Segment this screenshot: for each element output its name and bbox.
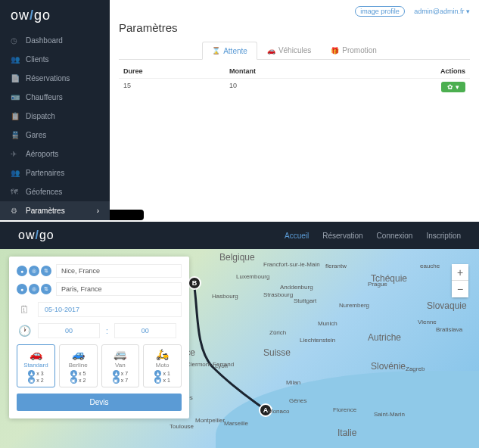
person-icon: ♟ [113,370,120,377]
target-icon[interactable]: ◎ [29,284,39,294]
booking-panel: ow/go Accueil Réservation Connexion Insc… [0,222,479,448]
date-row: 🗓 [17,302,182,317]
target-icon[interactable]: ◎ [29,266,39,276]
sidebar-item-chauffeurs[interactable]: 🪪Chauffeurs [0,88,110,107]
admin-panel: ow/go ◷Dashboard 👥Clients 📄Réservations … [0,0,479,208]
map-label: Slovénie [371,361,406,372]
bag-count: x 1 [163,378,170,383]
devis-button[interactable]: Devis [17,394,182,411]
vehicle-cards: 🚗 Standard ♟x 3 ▣x 2 🚙 Berline ♟x 5 ▣x 2… [17,344,182,387]
map-label: Autriche [368,332,401,343]
tab-attente[interactable]: ⌛Attente [202,42,257,60]
sidebar: ow/go ◷Dashboard 👥Clients 📄Réservations … [0,0,110,208]
tab-label: Véhicules [278,46,311,54]
col-duree-header: Duree [123,67,229,75]
map-label: Suisse [263,347,291,358]
car-icon: 🚗 [267,47,275,54]
sidebar-item-partenaires[interactable]: 👥Partenaires [0,163,110,182]
sidebar-item-label: Géofences [26,188,62,196]
vehicle-name: Van [104,362,138,369]
sidebar-item-gares[interactable]: 🚆Gares [0,126,110,145]
map-label: Anddenburg [280,284,313,291]
front-nav: ow/go Accueil Réservation Connexion Insc… [0,222,479,249]
sidebar-item-label: Paramètres [26,207,65,215]
row-action-button[interactable]: ✿▾ [441,82,465,92]
zoom-out-button[interactable]: − [452,281,468,297]
sidebar-item-parametres[interactable]: ⚙Paramètres› [0,201,110,220]
map-label: Nuremberg [339,302,369,309]
map-label: Slovaquie [427,300,467,311]
sidebar-item-label: Partenaires [26,169,64,177]
sidebar-item-clients[interactable]: 👥Clients [0,50,110,69]
table-header: Duree Montant Actions [119,64,470,79]
map-label: Marseille [224,420,248,427]
nav-reservation[interactable]: Réservation [322,232,362,240]
van-icon: 🚐 [104,348,138,360]
map-label: Munich [318,320,337,327]
sidebar-item-aeroports[interactable]: ✈Aéroports [0,145,110,163]
sidebar-item-label: Gares [26,131,46,139]
bag-count: x 7 [121,378,128,383]
sidebar-item-label: Clients [26,55,49,64]
tab-vehicules[interactable]: 🚗Véhicules [257,42,321,59]
marker-b[interactable]: B [188,276,201,290]
pax-count: x 1 [163,371,170,376]
pax-count: x 7 [121,371,128,376]
colon: : [106,327,108,335]
origin-input[interactable] [56,264,182,278]
cell-duree: 15 [123,82,229,92]
sidebar-item-reservations[interactable]: 📄Réservations [0,69,110,88]
cell-montant: 10 [229,82,358,92]
swap-icon[interactable]: ⇅ [41,266,51,276]
map-label: Francfort-sur-le-Main [263,261,320,268]
vehicle-moto[interactable]: 🛵 Moto ♟x 1 ▣x 1 [143,344,182,387]
image-profile-badge[interactable]: image profile [355,6,405,17]
sidebar-item-geofences[interactable]: 🗺Géofences [0,182,110,201]
destination-input[interactable] [56,282,182,296]
sidebar-item-label: Dashboard [26,36,63,45]
caret-down-icon: ▾ [456,83,459,91]
date-input[interactable] [38,302,182,317]
user-email[interactable]: admin@admin.fr ▾ [414,8,470,15]
hour-select[interactable]: 00 [38,323,100,338]
person-icon: ♟ [28,370,35,377]
sidebar-item-dashboard[interactable]: ◷Dashboard [0,31,110,50]
vehicle-standard[interactable]: 🚗 Standard ♟x 3 ▣x 2 [17,344,55,387]
logo: ow/go [18,229,54,242]
sidebar-item-dispatch[interactable]: 📋Dispatch [0,107,110,126]
map-zoom: + − [452,264,468,297]
pin-icon[interactable]: ● [17,266,27,276]
logo: ow/go [0,0,110,31]
map-label: Luxembourg [236,273,269,280]
bag-count: x 2 [79,378,86,383]
nav-inscription[interactable]: Inscription [426,232,461,240]
map-label: Zagreb [406,366,425,372]
minute-select[interactable]: 00 [114,323,176,338]
map-label: eauche [420,263,440,269]
vehicle-van[interactable]: 🚐 Van ♟x 7 ▣x 7 [101,344,140,387]
topbar: image profile admin@admin.fr ▾ [119,6,470,21]
pin-icon[interactable]: ● [17,284,27,294]
map-label: Saint-Marin [374,411,405,418]
map-label: Hasbourg [212,293,238,300]
moto-icon: 🛵 [145,348,179,360]
vehicle-berline[interactable]: 🚙 Berline ♟x 5 ▣x 2 [59,344,98,387]
time-row: 🕐 00 : 00 [17,323,182,338]
map-label: Bratislava [436,326,462,333]
map-label: Liechtenstein [300,337,335,344]
tab-promotion[interactable]: 🎁Promotion [321,42,387,59]
sedan-icon: 🚙 [61,348,95,360]
zoom-in-button[interactable]: + [452,264,468,281]
sidebar-item-label: Chauffeurs [26,93,63,101]
map-label: Prague [368,281,387,288]
map-label: Stuttgart [294,297,316,304]
nav-connexion[interactable]: Connexion [377,232,413,240]
swap-icon[interactable]: ⇅ [41,284,51,294]
vehicle-name: Berline [61,362,95,369]
map-label: Clermont-Ferrand [186,361,234,368]
plane-icon: ✈ [11,150,20,158]
chevron-right-icon: › [97,207,99,215]
gear-icon: ✿ [447,83,453,91]
booking-form: ● ◎ ⇅ ● ◎ ⇅ 🗓 🕐 00 : 00 🚗 [9,257,189,418]
nav-accueil[interactable]: Accueil [285,232,309,240]
